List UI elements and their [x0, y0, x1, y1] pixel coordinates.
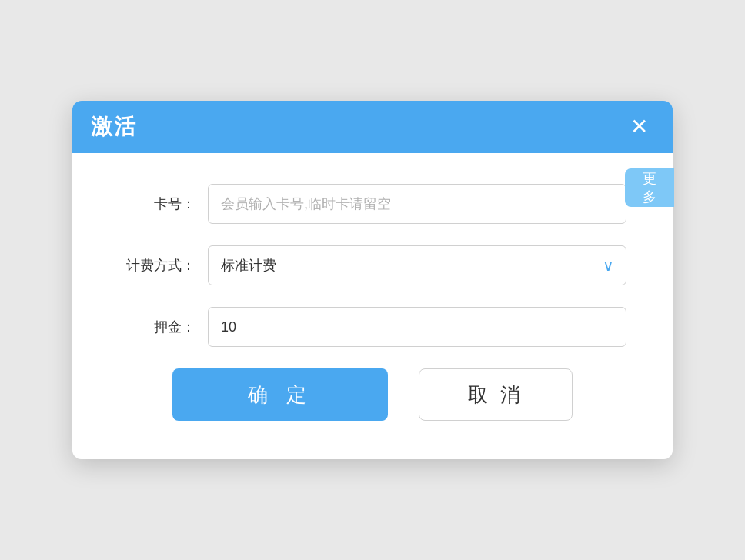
dialog: 激活 ✕ 更多 卡号： 计费方式： 标准计费 按时计费 包月计费 ∨ 押金： — [72, 101, 673, 459]
dialog-titlebar: 激活 ✕ — [72, 101, 673, 153]
dialog-title: 激活 — [91, 112, 137, 142]
billing-label: 计费方式： — [119, 256, 195, 275]
card-label: 卡号： — [119, 195, 195, 213]
billing-select[interactable]: 标准计费 按时计费 包月计费 — [208, 245, 626, 285]
billing-select-wrapper: 标准计费 按时计费 包月计费 ∨ — [208, 245, 626, 285]
button-row: 确 定 取 消 — [119, 368, 626, 421]
dialog-body: 更多 卡号： 计费方式： 标准计费 按时计费 包月计费 ∨ 押金： 确 定 取 … — [72, 153, 673, 459]
deposit-label: 押金： — [119, 318, 195, 336]
deposit-row: 押金： — [119, 307, 626, 347]
card-row: 卡号： — [119, 184, 626, 224]
billing-row: 计费方式： 标准计费 按时计费 包月计费 ∨ — [119, 245, 626, 285]
deposit-input[interactable] — [208, 307, 626, 347]
more-button[interactable]: 更多 — [625, 168, 674, 207]
cancel-button[interactable]: 取 消 — [419, 368, 573, 421]
card-input[interactable] — [208, 184, 626, 224]
close-button[interactable]: ✕ — [624, 113, 654, 141]
confirm-button[interactable]: 确 定 — [172, 368, 388, 421]
